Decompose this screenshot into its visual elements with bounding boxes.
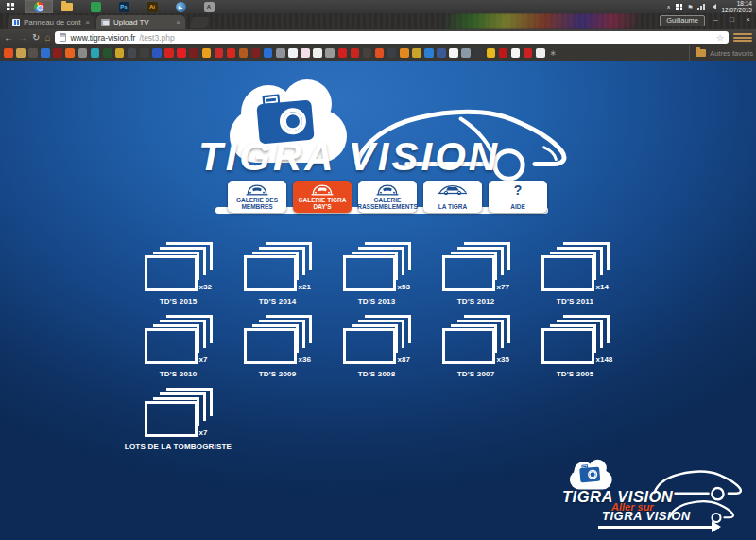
bookmark-favicon-39[interactable] [474,48,484,58]
bookmark-favicon-27[interactable] [325,48,335,58]
gallery-item-td-s-2014[interactable]: x21 TD'S 2014 [228,243,327,305]
refresh-button[interactable]: ↻ [32,33,40,43]
gallery-item-td-s-2008[interactable]: x87 TD'S 2008 [327,316,426,378]
taskbar-app-metro-app[interactable] [81,0,110,13]
bookmark-favicon-17[interactable] [202,48,212,58]
gallery-item-td-s-2015[interactable]: x32 TD'S 2015 [129,243,228,305]
gallery-item-td-s-2005[interactable]: x148 TD'S 2005 [525,316,625,378]
bookmark-favicon-25[interactable] [301,48,310,58]
bookmark-favicon-26[interactable] [313,48,322,58]
taskbar-app-font-app[interactable]: A [195,0,223,13]
nav-tab-galerie-des-membres[interactable]: GALERIE DES MEMBRES [228,181,286,213]
bookmark-favicon-35[interactable] [424,48,434,58]
media-player-icon: ▶ [176,2,186,12]
bookmark-favicon-10[interactable] [115,48,125,58]
bookmark-favicon-14[interactable] [164,48,174,58]
footer-link-aller-sur[interactable]: TIGRA VISION Aller sur TIGRA VISION [562,459,747,534]
home-button[interactable]: ⌂ [44,33,50,43]
photo-count: x32 [199,283,212,291]
tray-chevron-icon[interactable]: ∧ [666,4,671,10]
bookmark-favicon-21[interactable] [251,48,261,58]
minimize-button[interactable]: – [708,13,724,28]
bookmark-favicon-20[interactable] [239,48,249,58]
back-button[interactable]: ← [4,33,13,43]
bookmark-favicon-36[interactable] [437,48,446,58]
taskbar-app-media-player[interactable]: ▶ [166,0,195,13]
bookmark-favicon-8[interactable] [91,48,100,58]
bookmark-favicon-1[interactable] [4,48,13,58]
bookmark-favicon-41[interactable] [499,48,508,58]
bookmark-favicon-40[interactable] [487,48,496,58]
bookmark-favicon-18[interactable] [215,48,224,58]
bookmark-favicon-22[interactable] [264,48,273,58]
address-bar[interactable]: www.tigra-vision.fr/test3.php ☆ [55,31,729,44]
bookmark-favicon-5[interactable] [53,48,62,58]
new-tab-button[interactable] [189,17,210,28]
car-front-icon [307,183,337,197]
bookmark-favicon-16[interactable] [189,48,198,58]
bookmark-favicon-42[interactable] [511,48,521,58]
gallery-item-td-s-2012[interactable]: x77 TD'S 2012 [426,243,525,305]
tab-close-icon[interactable]: × [176,18,180,26]
taskbar-app-explorer[interactable] [53,0,81,13]
bookmark-favicon-34[interactable] [412,48,421,58]
gallery-item-td-s-2010[interactable]: x7 TD'S 2010 [129,316,228,378]
bookmark-favicon-12[interactable] [140,48,149,58]
taskbar-clock[interactable]: 18:14 12/07/2015 [721,0,752,13]
bookmark-favicon-7[interactable] [78,48,88,58]
gallery-item-lots-de-la-tombogriste[interactable]: x7 LOTS DE LA TOMBOGRISTE [129,389,228,451]
other-bookmarks-button[interactable]: Autres favoris [689,45,753,61]
bookmark-favicon-6[interactable] [65,48,75,58]
tab-title: Upload TV [113,18,149,26]
restore-button[interactable]: □ [724,13,740,28]
bookmark-favicon-29[interactable] [351,48,360,58]
close-button[interactable]: × [740,13,756,28]
gallery-item-td-s-2011[interactable]: x14 TD'S 2011 [525,243,625,305]
bookmark-favicon-15[interactable] [177,48,186,58]
browser-tab-upload-tv[interactable]: Upload TV × [96,15,185,29]
bookmark-favicon-2[interactable] [16,48,26,58]
speaker-icon[interactable] [710,4,716,9]
bookmark-asterisk-icon[interactable]: ∗ [550,48,558,58]
taskbar-app-illustrator[interactable]: Ai [138,0,166,13]
profile-button[interactable]: Guillaume [660,15,705,26]
tab-close-icon[interactable]: × [85,18,90,26]
gallery-item-td-s-2013[interactable]: x53 TD'S 2013 [327,243,426,305]
bookmark-favicon-38[interactable] [461,48,471,58]
photo-stack-icon: x32 [145,243,213,292]
bookmark-favicon-9[interactable] [103,48,112,58]
bookmark-favicon-4[interactable] [41,48,50,58]
nav-tab-aide[interactable]: ? AIDE [489,181,547,213]
bookmark-favicon-32[interactable] [387,48,397,58]
bookmark-favicon-43[interactable] [524,48,533,58]
tray-flag-icon[interactable]: ⚑ [687,4,693,10]
bookmark-favicon-23[interactable] [276,48,285,58]
bookmark-favicon-37[interactable] [449,48,458,58]
tray-windows-icon[interactable] [676,4,682,10]
bookmark-star-icon[interactable]: ☆ [716,33,724,43]
bookmark-favicon-31[interactable] [375,48,385,58]
bookmark-favicon-3[interactable] [28,48,38,58]
gallery-item-td-s-2007[interactable]: x35 TD'S 2007 [426,316,525,378]
nav-tab-galerie-tigra-day-s[interactable]: GALERIE TIGRA DAY'S [293,181,352,213]
nav-tab-galerie-rassemblements[interactable]: GALERIE RASSEMBLEMENTS [358,181,417,213]
network-signal-icon[interactable] [697,4,705,10]
bookmark-favicon-28[interactable] [338,48,348,58]
footer-link-title: TIGRA VISION [602,509,691,523]
browser-tab-panneau[interactable]: Panneau de contrôle de l' × [8,15,94,29]
gallery-item-td-s-2009[interactable]: x36 TD'S 2009 [228,316,327,378]
gallery-item-label: TD'S 2015 [160,297,198,305]
nav-tab-la-tigra[interactable]: LA TIGRA [423,181,482,213]
bookmark-favicon-24[interactable] [288,48,298,58]
bookmark-favicon-33[interactable] [400,48,409,58]
bookmark-favicon-11[interactable] [128,48,137,58]
bookmark-favicon-44[interactable] [536,48,545,58]
menu-icon[interactable] [733,31,752,44]
start-button[interactable] [0,0,21,13]
bookmark-favicon-30[interactable] [363,48,372,58]
taskbar-app-photoshop[interactable]: Ps [110,0,138,13]
taskbar-app-chrome[interactable] [25,0,53,13]
forward-button[interactable]: → [18,33,27,43]
bookmark-favicon-13[interactable] [152,48,162,58]
bookmark-favicon-19[interactable] [227,48,236,58]
